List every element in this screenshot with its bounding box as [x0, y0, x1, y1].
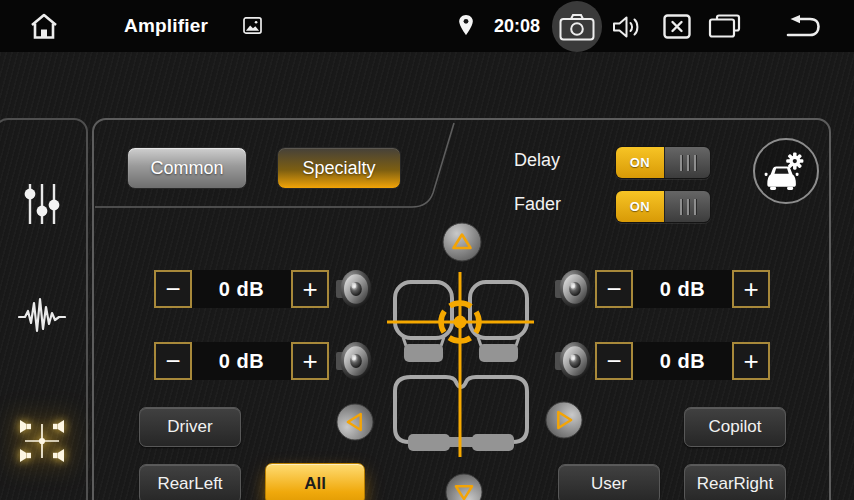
sidebar-item-effects[interactable] [18, 296, 66, 338]
gain-rear-left-minus-button[interactable]: − [154, 342, 192, 380]
waveform-icon [18, 296, 66, 338]
clock: 20:08 [494, 16, 540, 37]
back-button[interactable] [784, 15, 821, 42]
tab-specialty[interactable]: Specialty [277, 147, 401, 189]
gain-front-left-minus-button[interactable]: − [154, 270, 192, 308]
gain-rear-right: − 0 dB + [595, 342, 770, 380]
balance-left-button[interactable] [336, 403, 374, 441]
tab-common-label: Common [150, 158, 223, 179]
image-icon [243, 17, 262, 34]
recent-apps-icon [708, 14, 741, 38]
gallery-button[interactable] [243, 17, 262, 38]
gain-front-left-value: 0 dB [192, 278, 291, 301]
gain-front-right-plus-button[interactable]: + [732, 270, 770, 308]
zone-rearright-button[interactable]: RearRight [684, 464, 786, 500]
fader-toggle-handle [664, 191, 710, 222]
zone-copilot-button[interactable]: Copilot [684, 407, 786, 447]
balance-right-button[interactable] [545, 401, 583, 439]
zone-copilot-label: Copilot [709, 417, 762, 437]
balance-crosshair [387, 272, 534, 457]
car-settings-button[interactable] [753, 138, 819, 204]
gain-front-left: − 0 dB + [154, 270, 329, 308]
zone-driver-button[interactable]: Driver [139, 407, 241, 447]
gain-rear-right-minus-button[interactable]: − [595, 342, 633, 380]
volume-button[interactable] [612, 15, 642, 43]
car-settings-icon [764, 149, 808, 193]
zone-user-button[interactable]: User [558, 464, 660, 500]
gain-front-left-plus-button[interactable]: + [291, 270, 329, 308]
volume-icon [612, 15, 642, 39]
status-bar: Amplifier 20:08 [0, 0, 854, 53]
zone-user-label: User [591, 474, 627, 494]
fader-toggle[interactable]: ON [615, 190, 711, 223]
amplifier-panel: Common Specialty Delay ON Fader ON [92, 118, 831, 500]
location-pin-icon [458, 13, 474, 37]
gain-rear-left-plus-button[interactable]: + [291, 342, 329, 380]
gain-rear-right-plus-button[interactable]: + [732, 342, 770, 380]
delay-label: Delay [514, 150, 560, 171]
gain-front-right: − 0 dB + [595, 270, 770, 308]
tab-common[interactable]: Common [127, 147, 247, 189]
sidebar-item-fader-balance[interactable] [17, 416, 67, 466]
page-title: Amplifier [124, 15, 208, 37]
zone-all-label: All [304, 474, 326, 494]
amplifier-screen: Amplifier 20:08 [0, 0, 854, 500]
tab-specialty-label: Specialty [302, 158, 375, 179]
gain-rear-left-value: 0 dB [192, 350, 291, 373]
home-icon [28, 11, 60, 42]
camera-icon [559, 13, 595, 41]
gain-rear-right-value: 0 dB [633, 350, 732, 373]
gain-front-right-value: 0 dB [633, 278, 732, 301]
gain-rear-left: − 0 dB + [154, 342, 329, 380]
sidebar [0, 118, 88, 500]
zone-all-button[interactable]: All [265, 463, 365, 500]
delay-toggle-on-label: ON [616, 147, 664, 178]
fader-toggle-on-label: ON [616, 191, 664, 222]
balance-down-button[interactable] [445, 473, 483, 500]
close-app-button[interactable] [663, 14, 691, 43]
recent-apps-button[interactable] [708, 14, 741, 42]
delay-toggle-handle [664, 147, 710, 178]
zone-rearleft-button[interactable]: RearLeft [139, 464, 241, 500]
equalizer-icon [22, 181, 62, 227]
location-indicator [458, 13, 474, 41]
sidebar-item-equalizer[interactable] [22, 181, 62, 227]
screenshot-button[interactable] [552, 1, 602, 52]
content-area: Common Specialty Delay ON Fader ON [0, 52, 854, 500]
balance-up-button[interactable] [442, 222, 482, 262]
fader-balance-icon [17, 416, 67, 466]
zone-rearright-label: RearRight [697, 474, 774, 494]
home-button[interactable] [28, 11, 60, 46]
zone-rearleft-label: RearLeft [157, 474, 222, 494]
zone-driver-label: Driver [167, 417, 212, 437]
gain-front-right-minus-button[interactable]: − [595, 270, 633, 308]
back-icon [784, 15, 821, 38]
close-window-icon [663, 14, 691, 39]
delay-toggle[interactable]: ON [615, 146, 711, 179]
